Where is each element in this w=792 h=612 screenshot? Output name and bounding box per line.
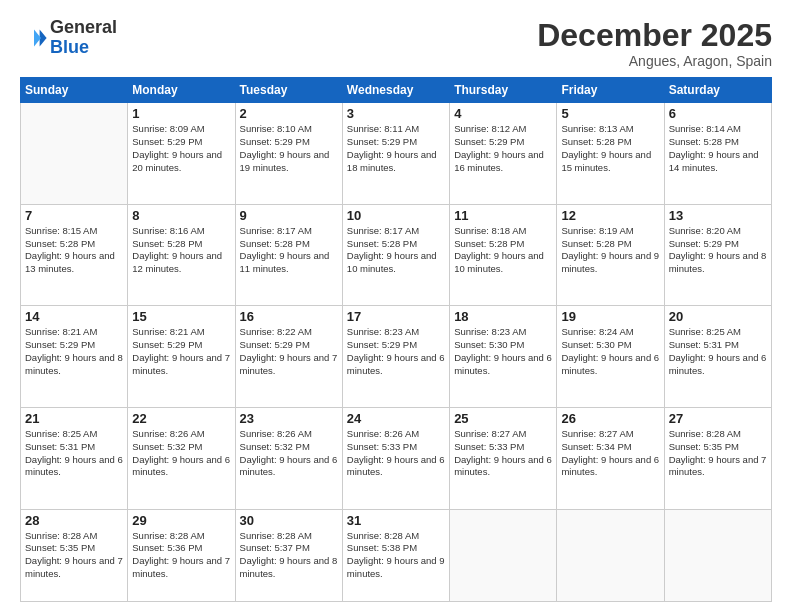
- cell-info: Sunrise: 8:20 AMSunset: 5:29 PMDaylight:…: [669, 225, 767, 276]
- col-thursday: Thursday: [450, 78, 557, 103]
- cell-info: Sunrise: 8:15 AMSunset: 5:28 PMDaylight:…: [25, 225, 123, 276]
- cell-day-number: 29: [132, 513, 230, 528]
- logo-general: General: [50, 18, 117, 38]
- col-sunday: Sunday: [21, 78, 128, 103]
- cell-info: Sunrise: 8:16 AMSunset: 5:28 PMDaylight:…: [132, 225, 230, 276]
- cell-day-number: 24: [347, 411, 445, 426]
- cell-day-number: 19: [561, 309, 659, 324]
- table-cell: 10Sunrise: 8:17 AMSunset: 5:28 PMDayligh…: [342, 204, 449, 306]
- cell-info: Sunrise: 8:19 AMSunset: 5:28 PMDaylight:…: [561, 225, 659, 276]
- cell-day-number: 8: [132, 208, 230, 223]
- cell-info: Sunrise: 8:11 AMSunset: 5:29 PMDaylight:…: [347, 123, 445, 174]
- cell-info: Sunrise: 8:26 AMSunset: 5:32 PMDaylight:…: [240, 428, 338, 479]
- cell-info: Sunrise: 8:22 AMSunset: 5:29 PMDaylight:…: [240, 326, 338, 377]
- table-cell: 21Sunrise: 8:25 AMSunset: 5:31 PMDayligh…: [21, 408, 128, 510]
- logo: General Blue: [20, 18, 117, 58]
- cell-day-number: 16: [240, 309, 338, 324]
- table-cell: 7Sunrise: 8:15 AMSunset: 5:28 PMDaylight…: [21, 204, 128, 306]
- table-cell: [450, 509, 557, 601]
- calendar-header-row: Sunday Monday Tuesday Wednesday Thursday…: [21, 78, 772, 103]
- table-cell: 23Sunrise: 8:26 AMSunset: 5:32 PMDayligh…: [235, 408, 342, 510]
- cell-day-number: 4: [454, 106, 552, 121]
- col-saturday: Saturday: [664, 78, 771, 103]
- cell-day-number: 10: [347, 208, 445, 223]
- cell-info: Sunrise: 8:14 AMSunset: 5:28 PMDaylight:…: [669, 123, 767, 174]
- logo-blue: Blue: [50, 38, 117, 58]
- cell-day-number: 31: [347, 513, 445, 528]
- table-cell: 14Sunrise: 8:21 AMSunset: 5:29 PMDayligh…: [21, 306, 128, 408]
- cell-info: Sunrise: 8:26 AMSunset: 5:33 PMDaylight:…: [347, 428, 445, 479]
- table-cell: 19Sunrise: 8:24 AMSunset: 5:30 PMDayligh…: [557, 306, 664, 408]
- table-cell: 13Sunrise: 8:20 AMSunset: 5:29 PMDayligh…: [664, 204, 771, 306]
- cell-day-number: 18: [454, 309, 552, 324]
- location: Angues, Aragon, Spain: [537, 53, 772, 69]
- col-wednesday: Wednesday: [342, 78, 449, 103]
- cell-day-number: 6: [669, 106, 767, 121]
- table-cell: 24Sunrise: 8:26 AMSunset: 5:33 PMDayligh…: [342, 408, 449, 510]
- cell-day-number: 23: [240, 411, 338, 426]
- cell-info: Sunrise: 8:21 AMSunset: 5:29 PMDaylight:…: [132, 326, 230, 377]
- cell-day-number: 12: [561, 208, 659, 223]
- logo-text: General Blue: [50, 18, 117, 58]
- cell-day-number: 22: [132, 411, 230, 426]
- header: General Blue December 2025 Angues, Arago…: [20, 18, 772, 69]
- table-cell: 25Sunrise: 8:27 AMSunset: 5:33 PMDayligh…: [450, 408, 557, 510]
- table-cell: 31Sunrise: 8:28 AMSunset: 5:38 PMDayligh…: [342, 509, 449, 601]
- table-cell: 3Sunrise: 8:11 AMSunset: 5:29 PMDaylight…: [342, 103, 449, 205]
- cell-info: Sunrise: 8:28 AMSunset: 5:35 PMDaylight:…: [669, 428, 767, 479]
- cell-day-number: 7: [25, 208, 123, 223]
- calendar-table: Sunday Monday Tuesday Wednesday Thursday…: [20, 77, 772, 602]
- cell-info: Sunrise: 8:17 AMSunset: 5:28 PMDaylight:…: [347, 225, 445, 276]
- col-tuesday: Tuesday: [235, 78, 342, 103]
- cell-info: Sunrise: 8:26 AMSunset: 5:32 PMDaylight:…: [132, 428, 230, 479]
- cell-day-number: 28: [25, 513, 123, 528]
- table-cell: 8Sunrise: 8:16 AMSunset: 5:28 PMDaylight…: [128, 204, 235, 306]
- month-title: December 2025: [537, 18, 772, 53]
- table-cell: 26Sunrise: 8:27 AMSunset: 5:34 PMDayligh…: [557, 408, 664, 510]
- table-cell: 2Sunrise: 8:10 AMSunset: 5:29 PMDaylight…: [235, 103, 342, 205]
- title-block: December 2025 Angues, Aragon, Spain: [537, 18, 772, 69]
- cell-info: Sunrise: 8:18 AMSunset: 5:28 PMDaylight:…: [454, 225, 552, 276]
- cell-day-number: 30: [240, 513, 338, 528]
- cell-day-number: 5: [561, 106, 659, 121]
- cell-day-number: 11: [454, 208, 552, 223]
- col-monday: Monday: [128, 78, 235, 103]
- cell-info: Sunrise: 8:10 AMSunset: 5:29 PMDaylight:…: [240, 123, 338, 174]
- cell-day-number: 17: [347, 309, 445, 324]
- table-cell: 6Sunrise: 8:14 AMSunset: 5:28 PMDaylight…: [664, 103, 771, 205]
- cell-info: Sunrise: 8:23 AMSunset: 5:30 PMDaylight:…: [454, 326, 552, 377]
- table-cell: 20Sunrise: 8:25 AMSunset: 5:31 PMDayligh…: [664, 306, 771, 408]
- cell-day-number: 9: [240, 208, 338, 223]
- table-cell: 1Sunrise: 8:09 AMSunset: 5:29 PMDaylight…: [128, 103, 235, 205]
- table-cell: 16Sunrise: 8:22 AMSunset: 5:29 PMDayligh…: [235, 306, 342, 408]
- cell-day-number: 14: [25, 309, 123, 324]
- cell-day-number: 27: [669, 411, 767, 426]
- cell-info: Sunrise: 8:27 AMSunset: 5:34 PMDaylight:…: [561, 428, 659, 479]
- cell-day-number: 1: [132, 106, 230, 121]
- table-cell: 9Sunrise: 8:17 AMSunset: 5:28 PMDaylight…: [235, 204, 342, 306]
- table-cell: 30Sunrise: 8:28 AMSunset: 5:37 PMDayligh…: [235, 509, 342, 601]
- cell-day-number: 21: [25, 411, 123, 426]
- table-cell: 11Sunrise: 8:18 AMSunset: 5:28 PMDayligh…: [450, 204, 557, 306]
- table-cell: 18Sunrise: 8:23 AMSunset: 5:30 PMDayligh…: [450, 306, 557, 408]
- cell-info: Sunrise: 8:28 AMSunset: 5:35 PMDaylight:…: [25, 530, 123, 581]
- table-cell: [664, 509, 771, 601]
- table-cell: 29Sunrise: 8:28 AMSunset: 5:36 PMDayligh…: [128, 509, 235, 601]
- table-cell: 4Sunrise: 8:12 AMSunset: 5:29 PMDaylight…: [450, 103, 557, 205]
- table-cell: 5Sunrise: 8:13 AMSunset: 5:28 PMDaylight…: [557, 103, 664, 205]
- cell-info: Sunrise: 8:28 AMSunset: 5:37 PMDaylight:…: [240, 530, 338, 581]
- cell-info: Sunrise: 8:13 AMSunset: 5:28 PMDaylight:…: [561, 123, 659, 174]
- logo-icon: [20, 24, 48, 52]
- cell-day-number: 13: [669, 208, 767, 223]
- table-cell: [21, 103, 128, 205]
- cell-info: Sunrise: 8:17 AMSunset: 5:28 PMDaylight:…: [240, 225, 338, 276]
- cell-info: Sunrise: 8:25 AMSunset: 5:31 PMDaylight:…: [669, 326, 767, 377]
- cell-day-number: 25: [454, 411, 552, 426]
- col-friday: Friday: [557, 78, 664, 103]
- table-cell: 28Sunrise: 8:28 AMSunset: 5:35 PMDayligh…: [21, 509, 128, 601]
- page: General Blue December 2025 Angues, Arago…: [0, 0, 792, 612]
- cell-info: Sunrise: 8:28 AMSunset: 5:36 PMDaylight:…: [132, 530, 230, 581]
- cell-day-number: 15: [132, 309, 230, 324]
- cell-info: Sunrise: 8:28 AMSunset: 5:38 PMDaylight:…: [347, 530, 445, 581]
- cell-info: Sunrise: 8:12 AMSunset: 5:29 PMDaylight:…: [454, 123, 552, 174]
